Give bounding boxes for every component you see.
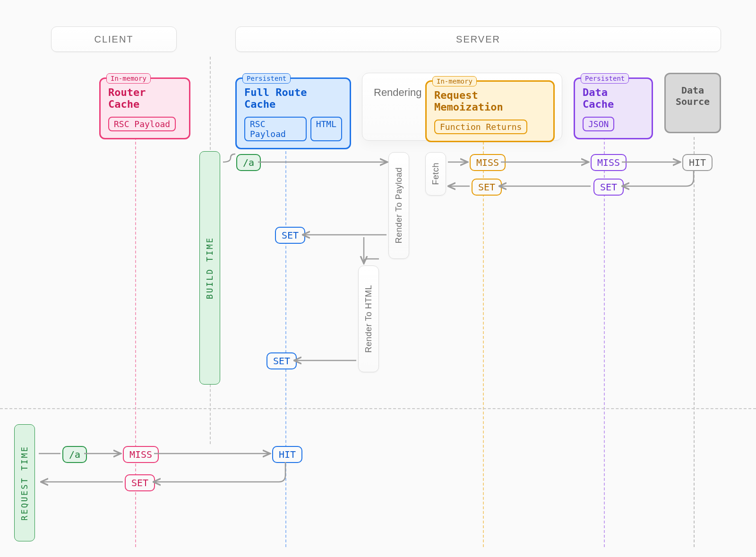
- data-set-token: SET: [593, 179, 624, 196]
- lane-data-cache: [604, 137, 605, 547]
- full-route-cache-card: Full Route Cache RSC Payload HTML Persis…: [235, 77, 351, 149]
- build-time-bar: BUILD TIME: [199, 151, 220, 385]
- render-to-payload-box: Render To Payload: [388, 152, 409, 259]
- lane-data-source: [694, 137, 695, 547]
- data-miss-token: MISS: [591, 154, 627, 171]
- diagram-canvas: CLIENT SERVER Router Cache RSC Payload I…: [0, 0, 756, 557]
- data-cache-title: Data Cache: [583, 86, 644, 110]
- memoization-title: Request Memoization: [434, 89, 546, 113]
- lane-full-route-cache: [285, 137, 286, 547]
- fetch-box: Fetch: [425, 152, 446, 196]
- router-cache-tag: In-memory: [106, 73, 151, 84]
- router-cache-chip-0: RSC Payload: [108, 117, 176, 131]
- route-a-build: /a: [236, 154, 261, 171]
- full-route-chip-1: HTML: [310, 117, 342, 141]
- router-miss-token: MISS: [123, 446, 159, 463]
- route-a-request: /a: [62, 446, 87, 463]
- fullroute-hit: HIT: [272, 446, 302, 463]
- render-to-html-box: Render To HTML: [358, 266, 379, 372]
- memoization-card: Request Memoization Function Returns In-…: [425, 80, 555, 142]
- router-cache-title: Router Cache: [108, 86, 181, 110]
- render-to-html-label: Render To HTML: [364, 285, 374, 353]
- fetch-label: Fetch: [431, 163, 441, 185]
- full-route-chip-0: RSC Payload: [244, 117, 307, 141]
- client-header-label: CLIENT: [94, 34, 133, 45]
- server-header-label: SERVER: [456, 34, 500, 45]
- lane-build-request-divider: [0, 408, 756, 409]
- build-time-label: BUILD TIME: [205, 237, 215, 299]
- data-cache-card: Data Cache JSON Persistent: [574, 77, 653, 139]
- full-route-cache-tag: Persistent: [242, 73, 291, 84]
- data-source-title: Data Source: [673, 85, 712, 107]
- client-header: CLIENT: [51, 26, 177, 52]
- server-header: SERVER: [235, 26, 721, 52]
- lane-memoization: [483, 137, 484, 547]
- data-cache-chip-0: JSON: [583, 117, 614, 131]
- memo-miss-token: MISS: [470, 154, 506, 171]
- memoization-chip-0: Function Returns: [434, 120, 527, 134]
- data-source-card: Data Source: [664, 73, 721, 133]
- router-cache-card: Router Cache RSC Payload In-memory: [99, 77, 190, 139]
- render-to-payload-label: Render To Payload: [394, 167, 404, 243]
- memoization-tag: In-memory: [432, 76, 477, 86]
- request-time-label: REQUEST TIME: [20, 446, 29, 521]
- fullroute-set-2: SET: [266, 352, 297, 369]
- memo-set-token: SET: [472, 179, 502, 196]
- full-route-cache-title: Full Route Cache: [244, 86, 342, 110]
- fullroute-set-1: SET: [275, 227, 305, 244]
- router-set-token: SET: [125, 474, 155, 491]
- src-hit-token: HIT: [682, 154, 713, 171]
- request-time-bar: REQUEST TIME: [14, 424, 35, 541]
- data-cache-tag: Persistent: [581, 73, 629, 84]
- rendering-label: Rendering: [374, 86, 422, 99]
